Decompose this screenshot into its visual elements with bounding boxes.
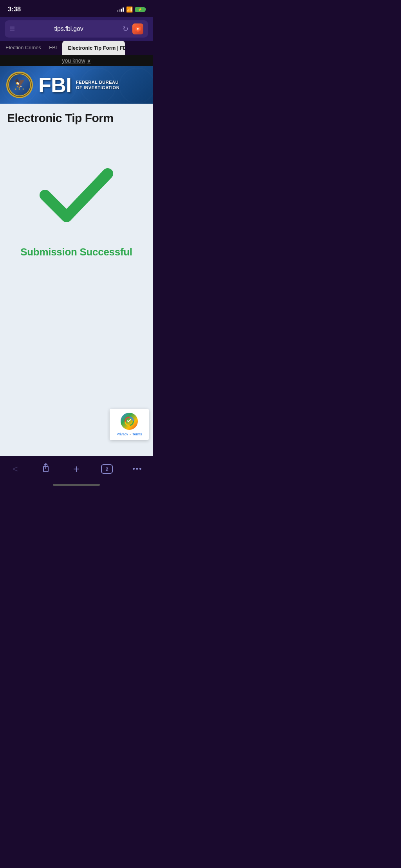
- recaptcha-links: Privacy - Terms: [114, 432, 145, 436]
- home-indicator: [0, 481, 153, 492]
- recaptcha-logo: [114, 413, 145, 430]
- success-container: Submission Successful: [7, 148, 146, 282]
- tabs-count-button[interactable]: 2: [98, 460, 116, 478]
- tabs-bar: Election Crimes — FBI Electronic Tip For…: [0, 41, 153, 55]
- share-button[interactable]: [37, 460, 54, 478]
- success-text: Submission Successful: [20, 246, 132, 258]
- seal-stars: ★ ★ ★: [14, 88, 25, 91]
- fbi-header-banner: 🦅 ★ ★ ★ FBI FEDERAL BUREAU OF INVESTIGAT…: [0, 66, 153, 104]
- bottom-nav: < + 2 •••: [0, 456, 153, 481]
- recaptcha-badge: Privacy - Terms: [110, 409, 149, 440]
- signal-icon: [117, 7, 124, 12]
- home-bar: [53, 484, 100, 486]
- reload-icon[interactable]: ↻: [123, 25, 128, 33]
- status-time: 3:38: [8, 5, 21, 13]
- tab-electronic-tip-form[interactable]: Electronic Tip Form | FBI ✕: [62, 41, 125, 55]
- recaptcha-privacy-link[interactable]: Privacy: [116, 432, 128, 436]
- fbi-letters: FBI: [38, 75, 71, 95]
- tab-election-crimes[interactable]: Election Crimes — FBI: [0, 41, 62, 55]
- checkmark-icon: [37, 164, 116, 234]
- share-icon: [41, 462, 51, 476]
- back-button[interactable]: <: [7, 460, 24, 478]
- page-title: Electronic Tip Form: [7, 111, 146, 125]
- recaptcha-icon: [121, 413, 138, 430]
- more-icon: •••: [133, 465, 143, 473]
- fbi-text-group: FBI FEDERAL BUREAU OF INVESTIGATION: [38, 75, 119, 95]
- notification-chevron[interactable]: ∨: [87, 58, 91, 64]
- recaptcha-terms-link[interactable]: Terms: [132, 432, 142, 436]
- new-tab-button[interactable]: +: [68, 460, 85, 478]
- status-bar: 3:38 📶 ⚡: [0, 0, 153, 17]
- fbi-seal: 🦅 ★ ★ ★: [6, 72, 33, 98]
- recaptcha-separator: -: [130, 432, 131, 436]
- wifi-icon: 📶: [126, 6, 133, 13]
- main-content: Electronic Tip Form Submission Successfu…: [0, 104, 153, 456]
- notification-text: you know: [62, 58, 85, 64]
- status-icons: 📶 ⚡: [117, 6, 145, 13]
- more-options-button[interactable]: •••: [129, 460, 146, 478]
- seal-eagle-icon: 🦅: [14, 79, 25, 88]
- browser-chrome: ☰ tips.fbi.gov ↻: [0, 17, 153, 41]
- battery-icon: ⚡: [135, 7, 145, 12]
- fbi-full-name: FEDERAL BUREAU OF INVESTIGATION: [76, 79, 119, 91]
- url-text[interactable]: tips.fbi.gov: [19, 25, 119, 32]
- address-bar[interactable]: ☰ tips.fbi.gov ↻: [5, 20, 148, 38]
- brave-browser-icon: [132, 23, 143, 34]
- tabs-icon: ☰: [9, 25, 15, 33]
- notification-bar: you know ∨: [0, 55, 153, 66]
- tab-count-badge: 2: [101, 464, 113, 474]
